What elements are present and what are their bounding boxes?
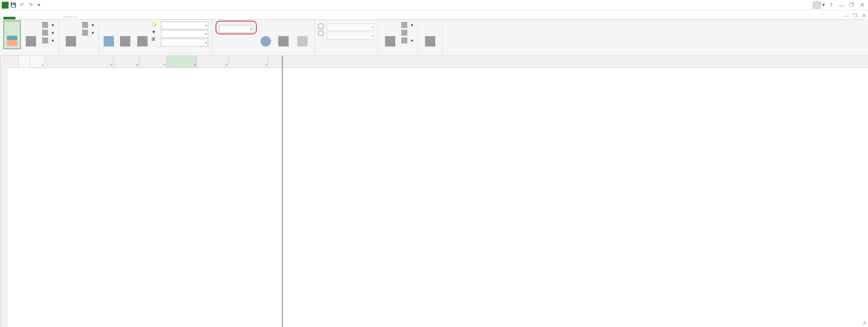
hide-button[interactable]: ▾	[400, 37, 414, 44]
selected-tasks-icon	[297, 36, 308, 46]
sort-button[interactable]	[102, 21, 115, 49]
switch-windows-icon	[401, 22, 407, 28]
title-bar: 💾 ↶ ↷ ▾ ▾ ? — ❐ ✕	[0, 0, 868, 10]
outline-button[interactable]	[117, 21, 133, 49]
ribbon-close-icon[interactable]: ✕	[859, 12, 868, 19]
calendar-icon	[42, 30, 48, 36]
timescale-combo[interactable]	[219, 25, 253, 33]
calendar-button[interactable]: ▾	[41, 29, 55, 36]
tab-format[interactable]	[89, 17, 102, 19]
switch-windows-button[interactable]: ▾	[400, 22, 414, 28]
filter-combo[interactable]	[161, 30, 208, 38]
new-window-button[interactable]	[382, 21, 399, 49]
zoom-button[interactable]	[259, 21, 273, 49]
gantt-chart-button[interactable]	[3, 21, 21, 49]
zoom-icon	[261, 36, 271, 46]
network-diagram-icon	[42, 22, 48, 28]
app-icon	[2, 2, 9, 9]
task-usage-button[interactable]	[22, 21, 40, 49]
details-combo[interactable]	[327, 32, 374, 40]
other-views-2-button[interactable]: ▾	[81, 29, 95, 36]
undo-icon[interactable]: ↶	[18, 1, 26, 9]
macros-icon	[425, 36, 435, 46]
other-views-button[interactable]: ▾	[41, 37, 55, 44]
sign-in-link[interactable]: ▾	[811, 2, 825, 9]
ribbon-group-resource-views: ▾ ▾	[59, 20, 99, 56]
network-diagram-button[interactable]: ▾	[41, 22, 55, 28]
ribbon-group-split-view	[315, 20, 378, 56]
avatar-icon	[813, 2, 821, 9]
ribbon-restore-icon[interactable]: ❐	[851, 12, 859, 19]
close-icon[interactable]: ✕	[858, 1, 866, 9]
tab-project[interactable]	[52, 17, 64, 19]
highlight-combo[interactable]	[161, 22, 208, 29]
groupby-combo[interactable]	[161, 39, 208, 46]
restore-icon[interactable]: ❐	[847, 1, 856, 9]
save-icon[interactable]: 💾	[9, 1, 17, 9]
resource-usage-icon	[82, 22, 88, 28]
group-icon: ⊞	[151, 36, 155, 42]
tab-resource[interactable]	[28, 17, 40, 19]
ribbon-group-task-views: ▾ ▾ ▾	[0, 20, 59, 56]
tab-task[interactable]	[15, 17, 28, 19]
arrange-all-button[interactable]	[400, 29, 414, 36]
selected-tasks-button[interactable]	[294, 21, 311, 49]
tab-report[interactable]	[40, 17, 52, 19]
tables-button[interactable]	[135, 21, 150, 49]
resource-sheet-button[interactable]	[62, 21, 80, 49]
ribbon-group-window: ▾ ▾	[378, 20, 418, 56]
gantt-icon	[7, 36, 17, 46]
tab-file[interactable]	[3, 17, 15, 19]
resource-usage-button[interactable]: ▾	[81, 22, 95, 28]
ribbon-group-data: ✨ ▼ ⊞	[99, 20, 212, 56]
minimize-icon[interactable]: —	[837, 1, 846, 9]
macros-button[interactable]	[422, 21, 439, 49]
hide-icon	[401, 37, 407, 43]
highlight-icon: ✨	[151, 22, 157, 28]
filter-icon: ▼	[151, 29, 156, 34]
redo-icon[interactable]: ↷	[27, 1, 34, 9]
tables-icon	[137, 36, 148, 46]
ribbon-group-macros	[418, 20, 443, 56]
tab-view[interactable]	[64, 16, 77, 20]
details-check[interactable]	[318, 30, 325, 36]
timeline-combo[interactable]	[327, 23, 374, 31]
resource-sheet-icon	[66, 36, 76, 46]
ribbon-group-zoom	[212, 20, 315, 56]
timeline-check[interactable]	[318, 23, 325, 29]
new-window-icon	[385, 36, 395, 46]
entire-project-button[interactable]	[275, 21, 292, 49]
qat-customize-icon[interactable]: ▾	[35, 1, 43, 9]
help-icon[interactable]: ?	[827, 1, 835, 9]
outline-icon	[120, 36, 130, 46]
task-usage-icon	[26, 36, 36, 46]
ribbon-tabs: — ❐ ✕	[0, 10, 868, 20]
sort-icon	[104, 36, 114, 46]
arrange-all-icon	[401, 30, 407, 36]
ribbon: ▾ ▾ ▾ ▾ ▾ ✨ ▼	[0, 20, 868, 56]
other-views-2-icon	[82, 30, 88, 36]
ribbon-minimize-icon[interactable]: —	[842, 12, 851, 19]
entire-project-icon	[278, 36, 289, 46]
timescale-highlight-box	[215, 21, 257, 34]
other-views-icon	[42, 37, 48, 43]
